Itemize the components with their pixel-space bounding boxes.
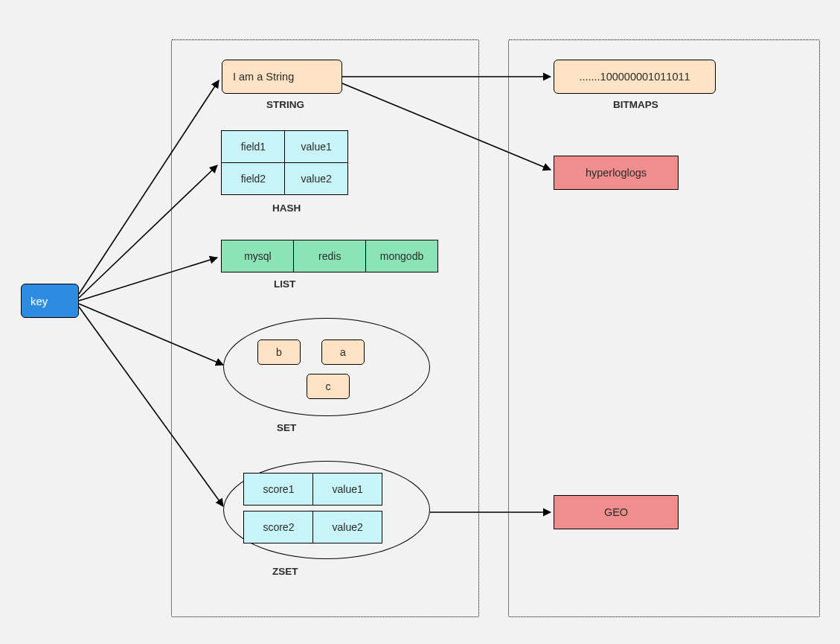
geo-value: GEO bbox=[604, 506, 628, 518]
hash-type-label: HASH bbox=[272, 203, 301, 214]
list-row: mysql redis mongodb bbox=[222, 240, 437, 272]
hash-cell: field1 bbox=[221, 130, 285, 163]
key-node: key bbox=[21, 284, 79, 318]
bitmaps-node: .......100000001011011 bbox=[554, 60, 716, 94]
hash-cell: value2 bbox=[284, 162, 348, 195]
hash-cell: field2 bbox=[221, 162, 285, 195]
hash-table: field1 value1 field2 value2 bbox=[222, 131, 348, 195]
list-cell: mysql bbox=[221, 240, 294, 272]
set-type-label: SET bbox=[277, 422, 296, 433]
zset-cell: score2 bbox=[243, 511, 313, 543]
zset-cell: value2 bbox=[312, 511, 382, 543]
bitmaps-value: .......100000001011011 bbox=[579, 71, 690, 83]
list-type-label: LIST bbox=[274, 278, 295, 290]
set-item: c bbox=[307, 374, 350, 399]
zset-cell: value1 bbox=[312, 473, 382, 506]
set-item: a bbox=[321, 339, 365, 365]
string-type-label: STRING bbox=[266, 99, 304, 110]
zset-cell: score1 bbox=[243, 473, 313, 506]
bitmaps-type-label: BITMAPS bbox=[613, 99, 658, 110]
diagram-stage: key I am a String STRING .......10000000… bbox=[0, 0, 840, 644]
geo-node: GEO bbox=[554, 495, 679, 529]
list-cell: mongodb bbox=[365, 240, 438, 272]
group-derived-types bbox=[508, 39, 820, 617]
hash-cell: value1 bbox=[284, 130, 348, 163]
hyperloglogs-value: hyperloglogs bbox=[586, 167, 647, 179]
string-value: I am a String bbox=[233, 71, 294, 83]
hyperloglogs-node: hyperloglogs bbox=[554, 156, 679, 190]
set-item: b bbox=[257, 339, 301, 365]
zset-type-label: ZSET bbox=[272, 566, 298, 577]
set-ellipse bbox=[223, 318, 430, 416]
string-node: I am a String bbox=[222, 60, 342, 94]
zset-table: score1 value1 score2 value2 bbox=[244, 474, 382, 543]
list-cell: redis bbox=[293, 240, 366, 272]
key-label: key bbox=[31, 295, 48, 307]
